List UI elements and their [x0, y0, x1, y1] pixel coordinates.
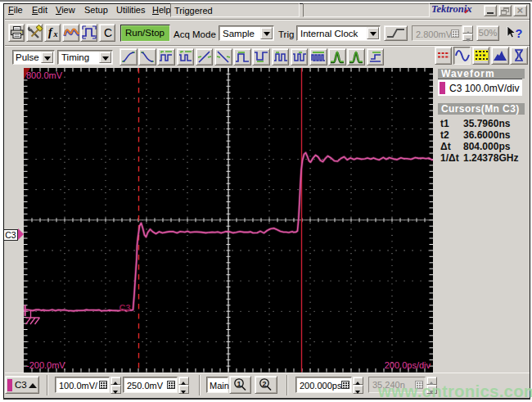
svg-text:200.0ps/div: 200.0ps/div — [384, 360, 431, 370]
svg-text:800.0mV: 800.0mV — [26, 70, 63, 80]
svg-text:2: 2 — [263, 380, 267, 388]
svg-text:1: 1 — [237, 380, 241, 388]
svg-text:x: x — [52, 29, 57, 38]
svg-text:?: ? — [516, 27, 523, 40]
svg-text:f: f — [48, 26, 53, 38]
svg-text:-200.0mV: -200.0mV — [26, 360, 65, 370]
svg-text:C: C — [104, 26, 112, 39]
svg-text:C3: C3 — [119, 303, 130, 313]
